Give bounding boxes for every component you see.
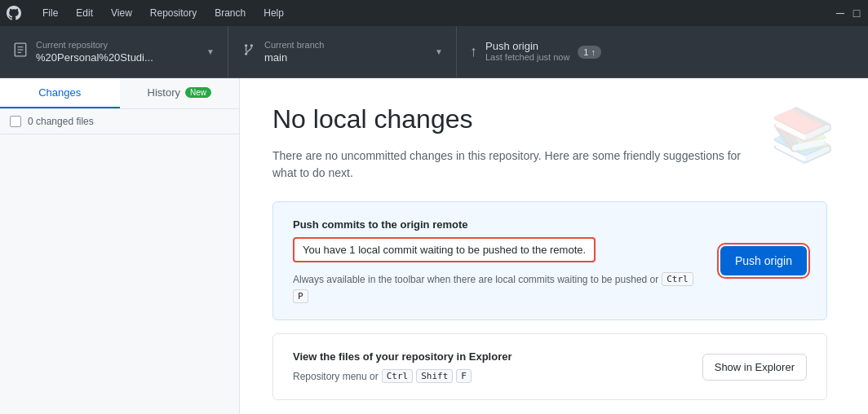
branch-chevron-icon: ▼ bbox=[435, 47, 443, 56]
push-kbd-ctrl: Ctrl bbox=[662, 272, 693, 286]
titlebar: File Edit View Repository Branch Help ─ … bbox=[0, 0, 868, 26]
content-area: 📚 No local changes There are no uncommit… bbox=[240, 78, 868, 414]
push-hint-prefix: Always available in the toolbar when the… bbox=[293, 274, 658, 285]
svg-point-4 bbox=[245, 44, 247, 46]
push-origin-button[interactable]: Push origin bbox=[720, 246, 807, 275]
explorer-card-title: View the files of your repository in Exp… bbox=[293, 350, 683, 363]
push-commits-card: Push commits to the origin remote You ha… bbox=[272, 201, 827, 320]
push-card-body: Push commits to the origin remote You ha… bbox=[293, 218, 701, 303]
app-logo bbox=[7, 6, 21, 20]
tab-changes[interactable]: Changes bbox=[0, 78, 120, 108]
maximize-button[interactable]: □ bbox=[852, 8, 861, 18]
current-branch-section[interactable]: Current branch main ▼ bbox=[228, 26, 457, 77]
select-all-checkbox[interactable] bbox=[10, 116, 21, 127]
push-card-hint: Always available in the toolbar when the… bbox=[293, 272, 701, 303]
minimize-button[interactable]: ─ bbox=[835, 8, 845, 18]
tab-history[interactable]: History New bbox=[120, 78, 240, 108]
push-value: Push origin bbox=[485, 40, 569, 52]
explorer-kbd-shift: Shift bbox=[416, 369, 453, 383]
branch-label: Current branch bbox=[264, 40, 324, 50]
explorer-hint-prefix: Repository menu or bbox=[293, 371, 379, 382]
menu-file[interactable]: File bbox=[34, 4, 66, 22]
explorer-kbd-ctrl: Ctrl bbox=[382, 369, 414, 383]
explorer-kbd-f: F bbox=[456, 369, 472, 383]
page-title: No local changes bbox=[272, 104, 835, 134]
push-badge: 1 ↑ bbox=[578, 46, 601, 59]
push-badge-count: 1 bbox=[583, 47, 588, 57]
push-icon: ↑ bbox=[470, 43, 477, 60]
current-repo-section[interactable]: Current repository %20Personal%20Studi..… bbox=[0, 26, 228, 77]
push-text: Push origin Last fetched just now bbox=[485, 40, 569, 64]
branch-icon bbox=[241, 42, 256, 61]
repo-chevron-icon: ▼ bbox=[206, 47, 215, 56]
menu-view[interactable]: View bbox=[103, 4, 140, 22]
explorer-card-body: View the files of your repository in Exp… bbox=[293, 350, 683, 383]
repo-icon bbox=[13, 42, 28, 61]
menu-branch[interactable]: Branch bbox=[206, 4, 254, 22]
push-badge-icon: ↑ bbox=[591, 47, 596, 57]
push-fetched: Last fetched just now bbox=[485, 52, 569, 62]
main-area: Changes History New 0 changed files 📚 No… bbox=[0, 78, 868, 414]
push-origin-section[interactable]: ↑ Push origin Last fetched just now 1 ↑ bbox=[457, 26, 868, 77]
menu-help[interactable]: Help bbox=[255, 4, 292, 22]
repo-value: %20Personal%20Studi... bbox=[36, 51, 153, 64]
branch-value: main bbox=[264, 51, 324, 64]
menu-bar: File Edit View Repository Branch Help bbox=[34, 4, 292, 22]
sidebar-tabs: Changes History New bbox=[0, 78, 239, 109]
branch-text: Current branch main bbox=[264, 40, 324, 64]
changed-files-label: 0 changed files bbox=[28, 116, 94, 127]
toolbar: Current repository %20Personal%20Studi..… bbox=[0, 26, 868, 78]
menu-repository[interactable]: Repository bbox=[142, 4, 205, 22]
deco-books-icon: 📚 bbox=[770, 104, 835, 165]
menu-edit[interactable]: Edit bbox=[68, 4, 101, 22]
show-in-explorer-button[interactable]: Show in Explorer bbox=[702, 354, 807, 381]
repo-label: Current repository bbox=[36, 40, 153, 50]
push-card-highlight: You have 1 local commit waiting to be pu… bbox=[293, 237, 596, 262]
file-count-row: 0 changed files bbox=[0, 109, 239, 134]
history-badge: New bbox=[185, 87, 211, 98]
explorer-card-hint: Repository menu or Ctrl Shift F bbox=[293, 369, 683, 383]
page-subtitle: There are no uncommitted changes in this… bbox=[272, 148, 746, 182]
push-kbd-p: P bbox=[293, 289, 308, 303]
explorer-card: View the files of your repository in Exp… bbox=[272, 333, 827, 400]
push-card-title: Push commits to the origin remote bbox=[293, 218, 701, 231]
window-controls: ─ □ bbox=[835, 8, 861, 18]
svg-point-6 bbox=[250, 44, 253, 46]
tab-history-label: History bbox=[148, 86, 180, 99]
sidebar: Changes History New 0 changed files bbox=[0, 78, 240, 414]
tab-changes-label: Changes bbox=[38, 86, 81, 99]
repo-text: Current repository %20Personal%20Studi..… bbox=[36, 40, 153, 64]
